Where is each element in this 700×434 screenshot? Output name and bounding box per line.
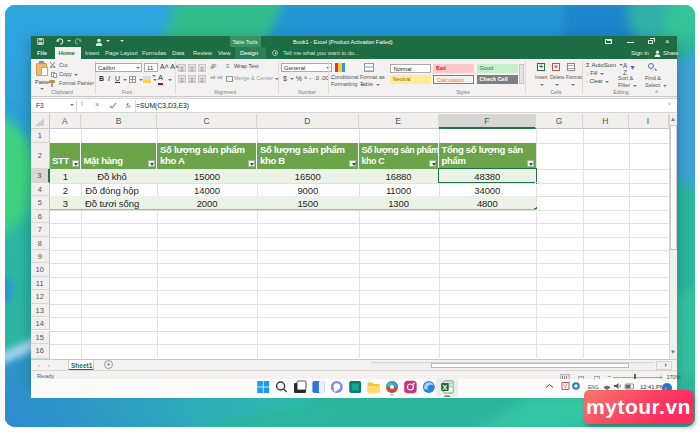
svg-text:V: V: [564, 383, 568, 389]
svg-text:ENG: ENG: [588, 384, 599, 390]
svg-text:12:41 PM: 12:41 PM: [640, 384, 665, 390]
svg-text:X: X: [443, 384, 448, 391]
